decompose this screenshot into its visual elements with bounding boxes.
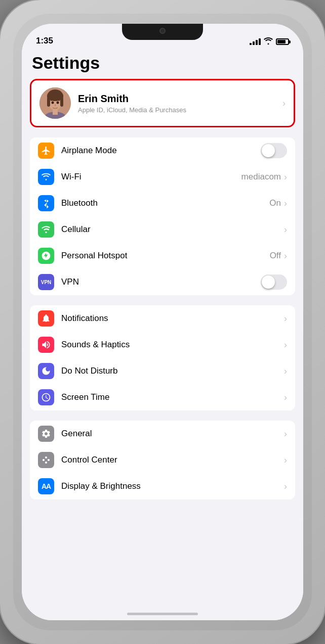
hotspot-icon: [38, 248, 54, 264]
control-center-label: Control Center: [61, 455, 284, 465]
hotspot-label: Personal Hotspot: [61, 251, 270, 261]
page-title: Settings: [22, 49, 303, 79]
svg-rect-7: [53, 110, 58, 115]
airplane-mode-toggle[interactable]: [261, 143, 287, 158]
bottom-spacer: [22, 510, 303, 540]
dnd-label: Do Not Disturb: [61, 366, 284, 376]
screentime-row[interactable]: Screen Time ›: [30, 384, 295, 410]
general-label: General: [61, 429, 284, 439]
scroll-content[interactable]: Settings: [22, 49, 303, 620]
vpn-row[interactable]: VPN VPN: [30, 269, 295, 295]
svg-point-13: [45, 462, 47, 464]
airplane-mode-toggle-knob: [262, 144, 275, 157]
hotspot-value: Off: [270, 251, 281, 261]
airplane-mode-label: Airplane Mode: [61, 146, 261, 156]
signal-bars-icon: [250, 38, 261, 45]
cellular-chevron-icon: ›: [284, 224, 287, 235]
signal-bar-1: [250, 43, 252, 45]
vpn-label: VPN: [61, 277, 261, 287]
svg-point-9: [57, 102, 59, 104]
cellular-row[interactable]: Cellular ›: [30, 216, 295, 243]
sounds-row[interactable]: Sounds & Haptics ›: [30, 332, 295, 358]
svg-point-12: [48, 459, 50, 461]
general-icon: [38, 426, 54, 442]
cellular-icon: [38, 221, 54, 238]
hotspot-chevron-icon: ›: [284, 251, 287, 261]
status-time: 1:35: [36, 36, 53, 46]
battery-icon: [276, 38, 289, 45]
display-brightness-icon: AA: [38, 478, 54, 494]
general-row[interactable]: General ›: [30, 421, 295, 447]
hotspot-row[interactable]: Personal Hotspot Off ›: [30, 243, 295, 269]
svg-rect-5: [60, 98, 63, 107]
signal-bar-3: [256, 40, 258, 45]
phone-outer: 1:35: [0, 0, 325, 644]
sounds-label: Sounds & Haptics: [61, 340, 284, 350]
phone-inner: 1:35: [13, 14, 312, 630]
camera: [159, 28, 166, 34]
dnd-icon: [38, 363, 54, 379]
bluetooth-chevron-icon: ›: [284, 198, 287, 209]
section-connectivity: Airplane Mode: [30, 137, 295, 295]
section-system: General › Control: [30, 421, 295, 499]
screentime-chevron-icon: ›: [284, 392, 287, 403]
bluetooth-value: On: [269, 198, 281, 208]
notch: [122, 24, 203, 40]
svg-point-10: [43, 459, 45, 461]
svg-point-8: [52, 102, 54, 104]
battery-fill: [277, 40, 286, 43]
wifi-row-icon: [38, 169, 54, 185]
profile-chevron-icon: ›: [282, 98, 286, 109]
wifi-status-icon: [264, 37, 273, 46]
signal-bar-2: [253, 41, 255, 45]
display-brightness-label: Display & Brightness: [61, 481, 284, 491]
general-chevron-icon: ›: [284, 429, 287, 439]
section-general: Notifications › Sounds & Haptics ›: [30, 305, 295, 410]
profile-info: Erin Smith Apple ID, iCloud, Media & Pur…: [78, 93, 282, 114]
wifi-chevron-icon: ›: [284, 172, 287, 182]
svg-point-11: [45, 456, 47, 458]
notifications-row[interactable]: Notifications ›: [30, 305, 295, 332]
bluetooth-row[interactable]: Bluetooth On ›: [30, 190, 295, 216]
profile-subtitle: Apple ID, iCloud, Media & Purchases: [78, 106, 282, 114]
status-icons: [250, 37, 289, 46]
notifications-chevron-icon: ›: [284, 313, 287, 324]
profile-card[interactable]: Erin Smith Apple ID, iCloud, Media & Pur…: [30, 79, 295, 127]
display-brightness-chevron-icon: ›: [284, 481, 287, 492]
control-center-chevron-icon: ›: [284, 455, 287, 466]
airplane-mode-icon: [38, 143, 54, 159]
vpn-icon: VPN: [38, 274, 54, 290]
wifi-label: Wi-Fi: [61, 172, 241, 182]
avatar: [39, 87, 71, 119]
vpn-toggle-knob: [262, 275, 275, 289]
signal-bar-4: [259, 38, 261, 45]
wifi-row[interactable]: Wi-Fi mediacom ›: [30, 164, 295, 190]
aa-text: AA: [42, 482, 51, 490]
notifications-icon: [38, 310, 54, 327]
screentime-label: Screen Time: [61, 392, 284, 402]
vpn-icon-text: VPN: [41, 280, 52, 285]
screentime-icon: [38, 389, 54, 405]
vpn-toggle[interactable]: [261, 274, 287, 290]
dnd-row[interactable]: Do Not Disturb ›: [30, 358, 295, 384]
sounds-icon: [38, 337, 54, 353]
home-indicator[interactable]: [127, 613, 198, 615]
bluetooth-icon: [38, 195, 54, 211]
sounds-chevron-icon: ›: [284, 340, 287, 350]
display-brightness-row[interactable]: AA Display & Brightness ›: [30, 473, 295, 499]
bluetooth-label: Bluetooth: [61, 198, 269, 208]
control-center-row[interactable]: Control Center ›: [30, 447, 295, 473]
profile-name: Erin Smith: [78, 93, 282, 105]
notifications-label: Notifications: [61, 313, 284, 324]
control-center-icon: [38, 452, 54, 468]
svg-rect-4: [47, 98, 50, 107]
airplane-mode-row[interactable]: Airplane Mode: [30, 137, 295, 164]
dnd-chevron-icon: ›: [284, 366, 287, 377]
screen: 1:35: [22, 24, 303, 620]
wifi-value: mediacom: [241, 172, 281, 182]
cellular-label: Cellular: [61, 224, 284, 235]
